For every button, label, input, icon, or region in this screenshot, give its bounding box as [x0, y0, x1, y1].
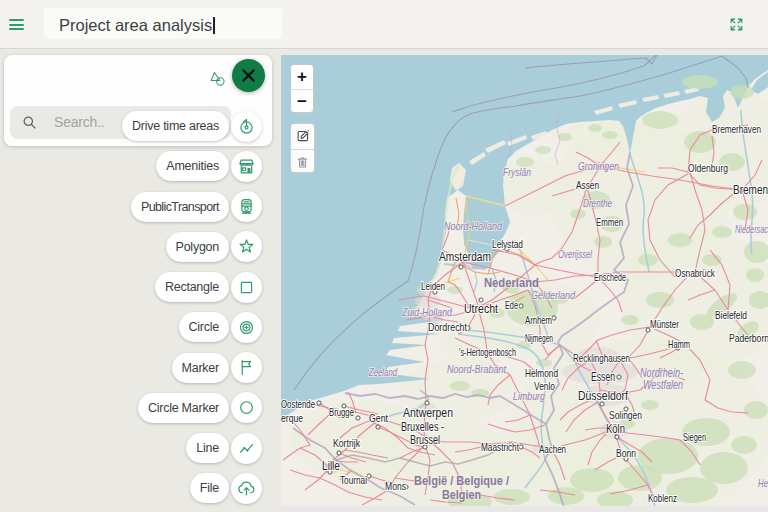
- svg-text:Groningen: Groningen: [578, 160, 619, 172]
- svg-text:Kortrijk: Kortrijk: [333, 437, 360, 449]
- svg-text:Mons: Mons: [385, 480, 406, 492]
- svg-text:Münster: Münster: [650, 318, 679, 330]
- svg-text:Tournai: Tournai: [340, 474, 367, 486]
- svg-text:Overijssel: Overijssel: [558, 248, 592, 260]
- svg-text:Drenthe: Drenthe: [583, 197, 612, 209]
- svg-text:Solingen: Solingen: [609, 409, 642, 421]
- svg-text:Utrecht: Utrecht: [464, 301, 498, 316]
- svg-text:Köln: Köln: [606, 421, 625, 436]
- svg-text:Emmen: Emmen: [596, 216, 623, 228]
- svg-text:Helmond: Helmond: [525, 367, 558, 379]
- svg-text:Noord-Holland: Noord-Holland: [444, 220, 503, 232]
- svg-text:Niedersac: Niedersac: [735, 223, 768, 235]
- svg-text:Westfalen: Westfalen: [643, 378, 683, 392]
- svg-text:erque: erque: [281, 412, 303, 424]
- svg-text:Nederland: Nederland: [484, 275, 539, 290]
- svg-text:Bremen: Bremen: [733, 182, 768, 197]
- svg-text:Koblenz: Koblenz: [648, 492, 677, 504]
- svg-text:Recklinghausen: Recklinghausen: [573, 352, 630, 364]
- svg-text:Fryslân: Fryslân: [503, 166, 531, 178]
- svg-text:België / Belgique /: België / Belgique /: [414, 474, 509, 488]
- svg-text:Brussel: Brussel: [410, 432, 440, 447]
- svg-text:Siegen: Siegen: [683, 431, 706, 443]
- svg-text:Lelystad: Lelystad: [492, 238, 523, 250]
- svg-text:Osnabrück: Osnabrück: [675, 267, 715, 279]
- svg-text:Amsterdam: Amsterdam: [439, 249, 491, 264]
- svg-text:Antwerpen: Antwerpen: [403, 405, 453, 420]
- svg-text:Paderborn: Paderborn: [729, 332, 768, 344]
- svg-text:'s-Hertogenbosch: 's-Hertogenbosch: [459, 346, 516, 358]
- svg-text:Nijmegen: Nijmegen: [525, 332, 553, 344]
- svg-text:Arnhem: Arnhem: [525, 314, 552, 326]
- svg-text:Dordrecht: Dordrecht: [428, 321, 467, 333]
- svg-text:Essen: Essen: [591, 369, 615, 384]
- svg-text:Assen: Assen: [576, 179, 599, 191]
- svg-text:Enschede: Enschede: [594, 271, 626, 283]
- svg-text:Zeeland: Zeeland: [368, 366, 398, 378]
- svg-text:Limburg: Limburg: [513, 390, 545, 402]
- svg-text:Oldenburg: Oldenburg: [688, 162, 728, 174]
- svg-text:Ede: Ede: [505, 299, 518, 311]
- svg-text:Maastricht: Maastricht: [481, 441, 519, 453]
- svg-text:Gent: Gent: [369, 412, 388, 424]
- svg-text:Aachen: Aachen: [539, 443, 566, 455]
- svg-text:Bonn: Bonn: [616, 447, 636, 459]
- svg-text:Hamm: Hamm: [668, 338, 690, 350]
- svg-text:Noord-Brabant: Noord-Brabant: [447, 363, 507, 375]
- svg-text:Leiden: Leiden: [421, 280, 445, 292]
- svg-text:Lille: Lille: [322, 458, 340, 473]
- svg-text:Zuid-Holland: Zuid-Holland: [401, 306, 453, 318]
- svg-text:Bremerhaven: Bremerhaven: [712, 123, 761, 135]
- svg-text:Bielefeld: Bielefeld: [715, 309, 747, 321]
- svg-text:Belgien: Belgien: [442, 488, 481, 502]
- svg-text:Brugge: Brugge: [329, 406, 354, 418]
- svg-text:Gelderland: Gelderland: [531, 289, 576, 301]
- svg-text:Düsseldorf: Düsseldorf: [578, 388, 628, 403]
- svg-text:He: He: [758, 477, 768, 489]
- svg-text:Oostende: Oostende: [281, 398, 315, 410]
